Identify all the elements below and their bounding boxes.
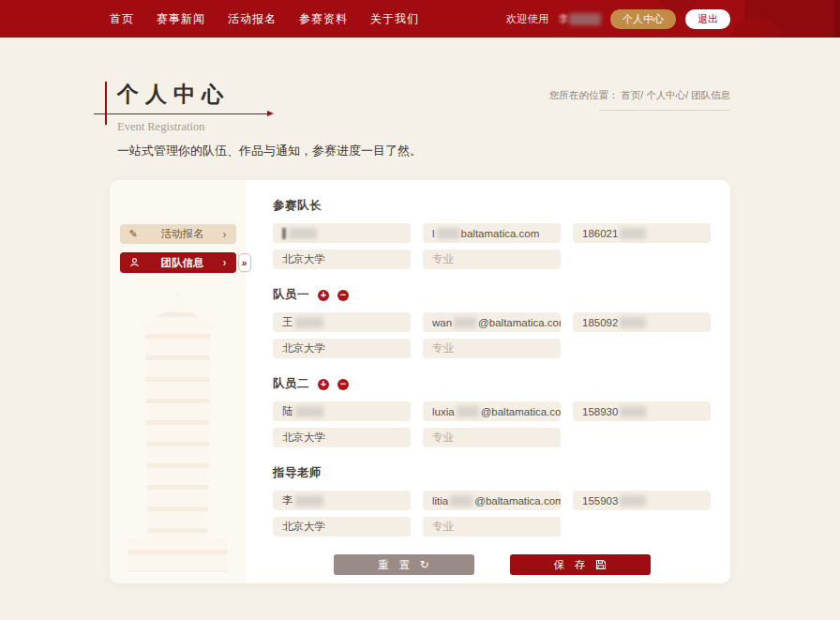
email-field[interactable]: litia@baltamatica.com — [423, 491, 561, 510]
refresh-icon: ↻ — [420, 558, 429, 571]
email-field[interactable]: lbaltamatica.com — [423, 223, 561, 243]
team-info-form: 参赛队长 lbaltamatica.com 186021 北京大学 专业 队员一… — [246, 180, 730, 583]
reset-button[interactable]: 重 置 ↻ — [334, 554, 474, 575]
redacted-text — [282, 228, 286, 239]
form-actions: 重 置 ↻ 保 存 — [273, 554, 711, 575]
breadcrumb-label: 您所在的位置： — [549, 89, 619, 100]
section-title: 队员二 — [273, 376, 309, 392]
empty-cell — [573, 517, 711, 537]
remove-member-icon[interactable]: − — [338, 379, 349, 390]
redacted-text — [620, 406, 646, 417]
name-field[interactable]: 李 — [273, 491, 411, 510]
empty-cell — [573, 339, 711, 358]
redacted-text — [454, 317, 476, 328]
nav-item-home[interactable]: 首页 — [110, 11, 134, 27]
major-field[interactable]: 专业 — [423, 339, 561, 358]
redacted-text — [620, 317, 646, 328]
user-name-visible: 李 — [559, 12, 570, 26]
name-field[interactable]: 陆 — [273, 401, 411, 421]
phone-field[interactable]: 186021 — [573, 223, 711, 243]
main-card: ✎ 活动报名 › 团队信息 › » 参赛队长 — [110, 180, 730, 583]
page-subtitle: Event Registration — [110, 120, 730, 134]
pagoda-watermark — [124, 291, 232, 572]
email-field[interactable]: wan@baltamatica.com — [423, 312, 561, 332]
nav-item-news[interactable]: 赛事新闻 — [157, 11, 205, 27]
phone-field[interactable]: 155903 — [573, 491, 711, 510]
university-field[interactable]: 北京大学 — [273, 339, 411, 358]
breadcrumb-divider — [599, 110, 730, 111]
university-field[interactable]: 北京大学 — [273, 428, 411, 447]
university-field[interactable]: 北京大学 — [273, 250, 411, 269]
pencil-icon: ✎ — [129, 228, 142, 240]
section-advisor: 指导老师 李 litia@baltamatica.com 155903 北京大学… — [273, 465, 711, 537]
empty-cell — [573, 250, 711, 269]
team-icon — [129, 257, 142, 269]
name-field[interactable] — [273, 223, 411, 243]
phone-field[interactable]: 158930 — [573, 401, 711, 421]
redacted-text — [289, 228, 317, 239]
section-member-1: 队员一 + − 王 wan@baltamatica.com 185092 北京大… — [273, 287, 711, 358]
personal-center-button[interactable]: 个人中心 — [610, 9, 676, 29]
user-name-redaction — [569, 13, 601, 25]
hero-section: 个人中心 Event Registration 一站式管理你的队伍、作品与通知，… — [110, 80, 730, 159]
phone-field[interactable]: 185092 — [573, 312, 711, 332]
sidebar-item-activity-signup[interactable]: ✎ 活动报名 › — [120, 224, 236, 244]
section-title: 指导老师 — [273, 465, 322, 481]
name-field[interactable]: 王 — [273, 312, 411, 332]
section-title: 参赛队长 — [273, 198, 322, 214]
chevron-right-icon: › — [223, 228, 227, 241]
major-field[interactable]: 专业 — [423, 428, 561, 447]
title-underline-arrow — [94, 113, 268, 114]
empty-cell — [573, 428, 711, 447]
user-name: 李 — [559, 12, 602, 26]
title-vertical-line — [105, 82, 107, 125]
main-nav: 首页 赛事新闻 活动报名 参赛资料 关于我们 — [110, 11, 419, 27]
remove-member-icon[interactable]: − — [338, 290, 349, 301]
sidebar: ✎ 活动报名 › 团队信息 › » — [110, 180, 246, 583]
breadcrumb: 您所在的位置： 首页/ 个人中心/ 团队信息 — [549, 89, 730, 111]
university-field[interactable]: 北京大学 — [273, 517, 411, 537]
redacted-text — [620, 228, 646, 239]
redacted-text — [437, 228, 459, 239]
logout-button[interactable]: 退出 — [685, 9, 730, 29]
active-item-marker: » — [238, 253, 251, 272]
redacted-text — [450, 495, 472, 507]
major-field[interactable]: 专业 — [423, 250, 561, 269]
add-member-icon[interactable]: + — [318, 290, 329, 301]
save-icon — [595, 559, 607, 570]
breadcrumb-path[interactable]: 首页/ 个人中心/ 团队信息 — [621, 89, 730, 100]
sidebar-item-team-info[interactable]: 团队信息 › » — [120, 252, 236, 273]
page-description: 一站式管理你的队伍、作品与通知，参赛进度一目了然。 — [110, 143, 730, 159]
save-button[interactable]: 保 存 — [510, 554, 651, 575]
redacted-text — [620, 495, 646, 507]
top-navbar: 首页 赛事新闻 活动报名 参赛资料 关于我们 欢迎使用 李 个人中心 退出 — [0, 0, 840, 38]
major-field[interactable]: 专业 — [423, 517, 561, 537]
header-edge-strip — [834, 0, 840, 38]
sidebar-item-label: 活动报名 — [142, 227, 223, 241]
nav-item-materials[interactable]: 参赛资料 — [299, 11, 348, 27]
redacted-text — [295, 406, 323, 417]
section-captain: 参赛队长 lbaltamatica.com 186021 北京大学 专业 — [273, 198, 711, 269]
chevron-right-icon: › — [223, 256, 227, 269]
section-member-2: 队员二 + − 陆 luxia@baltamatica.com 158930 北… — [273, 376, 711, 447]
page: 首页 赛事新闻 活动报名 参赛资料 关于我们 欢迎使用 李 个人中心 退出 个人… — [0, 0, 840, 620]
redacted-text — [295, 317, 323, 328]
redacted-text — [457, 406, 479, 417]
add-member-icon[interactable]: + — [318, 379, 329, 390]
section-title: 队员一 — [273, 287, 309, 303]
redacted-text — [295, 495, 323, 507]
nav-item-signup[interactable]: 活动报名 — [228, 11, 277, 27]
email-field[interactable]: luxia@baltamatica.com — [423, 401, 561, 421]
sidebar-item-label: 团队信息 — [142, 256, 223, 270]
user-cluster: 欢迎使用 李 个人中心 退出 — [506, 9, 731, 29]
welcome-text: 欢迎使用 — [506, 12, 549, 26]
nav-item-about[interactable]: 关于我们 — [370, 11, 419, 27]
